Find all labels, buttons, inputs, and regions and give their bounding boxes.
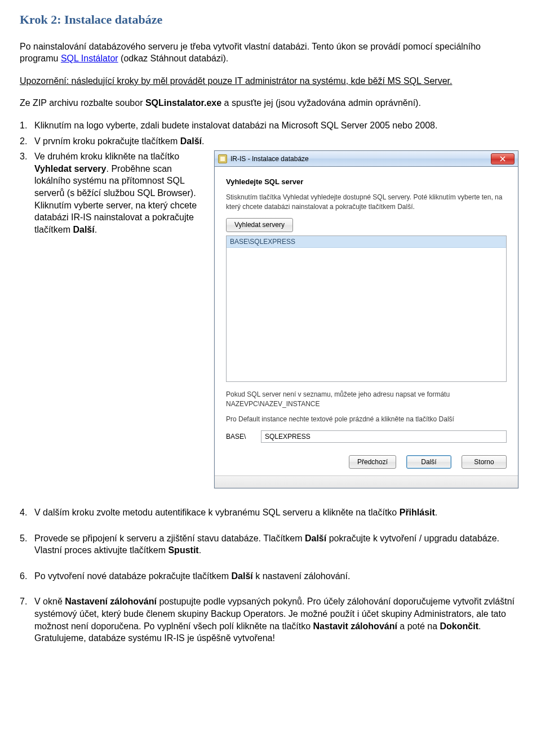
step-7-f: Dokončit [440,621,478,631]
zip-filename: SQLinstalator.exe [145,98,221,108]
dialog-heading: Vyhledejte SQL server [226,177,507,187]
step-3-c: . Proběhne scan lokálního systému na pří… [34,164,197,234]
cancel-button[interactable]: Storno [462,455,507,469]
step-7-b: Nastavení zálohování [65,597,157,606]
step-3-a: Ve druhém kroku klikněte na tlačítko [34,152,179,161]
sql-instalator-link[interactable]: SQL Instálator [61,54,118,63]
step-7-e: a poté na [400,621,440,631]
step-5-a: Provede se připojení k serveru a zjištěn… [34,533,305,543]
dialog-body: Vyhledejte SQL server Stisknutím tlačítk… [215,167,518,475]
zip-paragraph: Ze ZIP archivu rozbalte soubor SQLinstal… [20,97,521,109]
zip-post: a spusťte jej (jsou vyžadována admin opr… [224,98,421,108]
close-button[interactable] [491,153,515,164]
step-2-post: . [202,136,204,146]
step-6: Po vytvoření nové databáze pokračujte tl… [34,570,521,582]
dialog-button-row: Předchozí Další Storno [226,452,507,469]
step-6-b: Další [232,571,253,581]
step-2-btn: Další [180,136,202,146]
list-number [20,595,34,644]
search-servers-button[interactable]: Vyhledat servery [226,218,293,232]
step-4-post: . [435,508,437,517]
instance-row: BASE\ [226,430,507,443]
server-list-item[interactable]: BASE\SQLEXPRESS [227,236,506,248]
step-5-d: Spustit [168,545,198,555]
instance-input[interactable] [261,430,507,443]
list-number [20,119,34,132]
previous-button[interactable]: Předchozí [349,455,396,469]
step-6-a: Po vytvoření nové databáze pokračujte tl… [34,571,232,581]
instance-prefix-label: BASE\ [226,432,255,441]
close-icon [500,156,505,162]
step-2-pre: V prvním kroku pokračujte tlačítkem [34,136,180,146]
step-3-b: Vyhledat servery [34,164,106,174]
list-number [20,506,34,519]
list-number [20,150,34,235]
dialog-description: Stisknutím tlačítka Vyhledat vyhledejte … [226,193,507,212]
list-number [20,135,34,148]
dialog-title: IR-IS - Instalace databáze [230,154,491,163]
step-7-d: Nastavit zálohování [313,621,397,631]
step-4: V dalším kroku zvolte metodu autentifika… [34,506,521,519]
server-listbox[interactable]: BASE\SQLEXPRESS [226,235,507,382]
intro-paragraph: Po nainstalování databázového serveru je… [20,41,521,65]
step-4-pre: V dalším kroku zvolte metodu autentifika… [34,508,400,517]
installer-dialog: IR-IS - Instalace databáze Vyhledejte SQ… [214,150,518,488]
step-2: V prvním kroku pokračujte tlačítkem Dalš… [34,135,521,148]
step-4-btn: Přihlásit [400,508,435,517]
step-3: Ve druhém kroku klikněte na tlačítko Vyh… [34,150,197,235]
dialog-manual-note: Pokud SQL server není v seznamu, můžete … [226,390,507,410]
warning-paragraph: Upozornění: následující kroky by měl pro… [20,75,521,87]
step-1: Kliknutím na logo vyberte, zdali budete … [34,119,521,132]
step-5: Provede se připojení k serveru a zjištěn… [34,532,521,557]
step-5-b: Další [305,533,326,543]
list-number [20,570,34,582]
steps-list-upper: Kliknutím na logo vyberte, zdali budete … [20,119,521,488]
step-heading: Krok 2: Instalace databáze [20,11,521,28]
step-7: V okně Nastavení zálohování postupujte p… [34,595,521,644]
steps-list-lower: V dalším kroku zvolte metodu autentifika… [20,506,521,644]
step-6-c: k nastavení zálohování. [255,571,350,581]
next-button[interactable]: Další [406,455,451,469]
step-3-d: Další [73,225,94,234]
zip-pre: Ze ZIP archivu rozbalte soubor [20,98,145,108]
list-number [20,532,34,557]
dialog-statusbar [215,475,518,488]
step-5-e: . [199,545,201,555]
step-7-a: V okně [34,597,65,606]
step-3-e: . [95,225,97,234]
dialog-titlebar[interactable]: IR-IS - Instalace databáze [215,151,518,167]
dialog-default-note: Pro Default instance nechte textové pole… [226,415,507,424]
intro-post: (odkaz Stáhnout databázi). [121,54,228,63]
app-icon [218,154,227,163]
